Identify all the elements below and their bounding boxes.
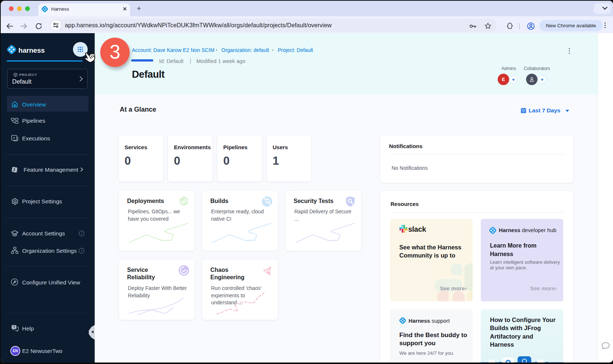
svg-text:?: ? bbox=[13, 325, 15, 329]
